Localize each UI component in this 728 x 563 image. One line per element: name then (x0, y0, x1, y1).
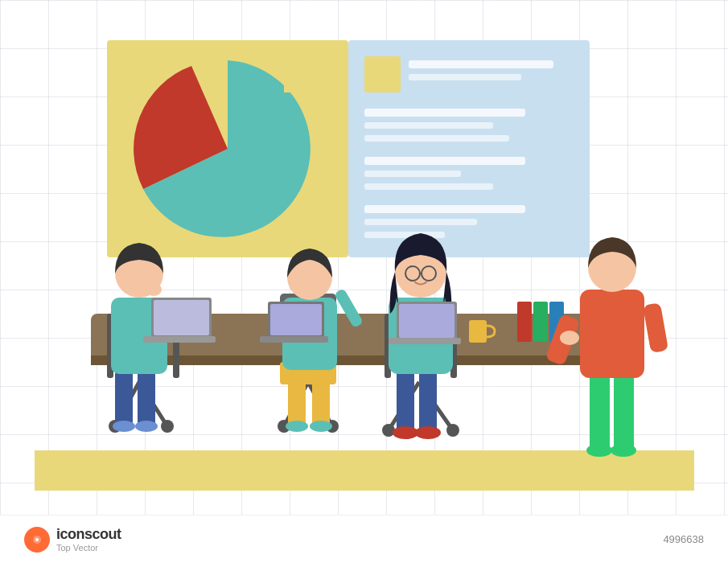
logo-icon (24, 527, 50, 553)
bottom-bar: iconscout Top Vector 4996638 (0, 515, 728, 563)
svg-rect-14 (364, 219, 477, 225)
svg-rect-71 (389, 338, 461, 344)
svg-point-34 (113, 421, 135, 432)
svg-point-35 (135, 421, 158, 432)
logo-main-text: iconscout (56, 526, 121, 543)
svg-rect-3 (284, 48, 332, 92)
svg-rect-11 (364, 171, 461, 177)
svg-point-79 (611, 444, 636, 457)
svg-rect-6 (409, 74, 521, 80)
svg-rect-33 (138, 370, 155, 426)
svg-rect-51 (270, 304, 322, 335)
svg-rect-32 (115, 370, 133, 426)
svg-point-48 (286, 421, 308, 432)
logo-text-block: iconscout Top Vector (56, 526, 121, 553)
svg-rect-47 (312, 370, 330, 426)
svg-rect-10 (364, 157, 525, 165)
svg-rect-9 (364, 135, 509, 142)
svg-rect-7 (364, 109, 525, 117)
svg-rect-13 (364, 205, 525, 213)
svg-rect-4 (364, 56, 401, 92)
main-illustration (35, 24, 694, 491)
illustration-area (0, 0, 728, 515)
svg-point-49 (310, 421, 332, 432)
svg-rect-61 (419, 368, 437, 433)
bottom-right: 4996638 (663, 533, 704, 545)
svg-rect-8 (364, 122, 493, 129)
svg-point-84 (560, 331, 579, 345)
main-container: iconscout Top Vector 4996638 (0, 0, 728, 563)
svg-rect-41 (154, 300, 209, 335)
svg-point-63 (415, 426, 441, 439)
asset-id: 4996638 (663, 533, 704, 545)
iconscout-logo: iconscout Top Vector (24, 526, 121, 553)
svg-rect-42 (143, 336, 216, 343)
svg-rect-76 (590, 370, 610, 450)
svg-rect-80 (580, 290, 644, 378)
svg-point-38 (146, 283, 162, 296)
svg-rect-77 (614, 370, 634, 450)
svg-rect-15 (364, 232, 445, 238)
svg-rect-70 (399, 304, 454, 338)
svg-rect-74 (533, 302, 548, 342)
svg-point-62 (393, 426, 418, 439)
svg-rect-12 (364, 183, 493, 190)
svg-rect-46 (288, 370, 306, 426)
svg-rect-52 (260, 336, 328, 343)
svg-point-78 (586, 444, 612, 457)
svg-point-87 (35, 538, 39, 541)
logo-sub-text: Top Vector (56, 543, 121, 553)
svg-rect-5 (409, 60, 553, 68)
svg-rect-72 (469, 320, 487, 343)
svg-rect-60 (397, 368, 414, 433)
svg-rect-73 (517, 302, 532, 342)
svg-rect-82 (643, 302, 668, 353)
